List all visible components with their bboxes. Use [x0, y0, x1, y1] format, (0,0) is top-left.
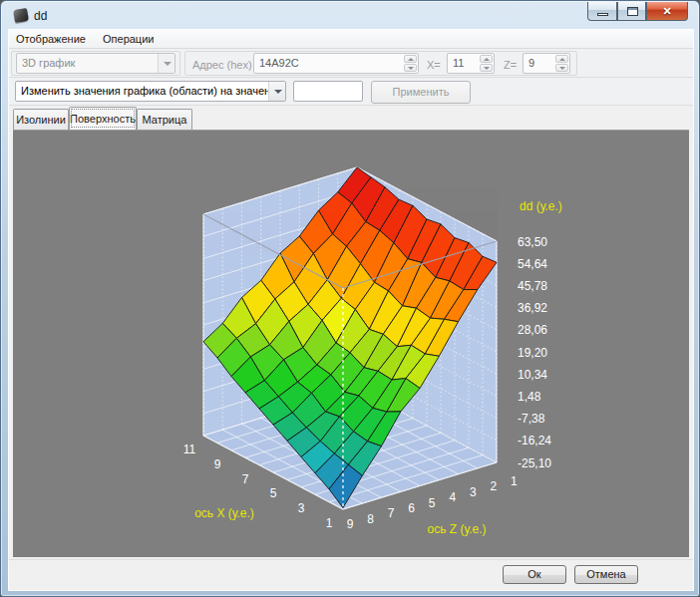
ok-button[interactable]: Ок	[503, 565, 566, 584]
spin-up-icon[interactable]	[555, 55, 568, 63]
z-tick-label: 3	[470, 485, 477, 499]
spin-up-icon[interactable]	[404, 55, 417, 63]
app-window: dd ✕ Отображение Операции 3D график Адре…	[0, 0, 700, 597]
z-tick-label: 1	[511, 474, 518, 488]
maximize-button[interactable]	[617, 2, 646, 21]
legend-value: 54,64	[518, 257, 547, 271]
legend-value: 28,06	[518, 323, 547, 337]
z-spinner[interactable]	[555, 55, 568, 72]
spin-down-icon[interactable]	[480, 64, 493, 72]
z-tick-label: 6	[408, 501, 415, 515]
tab-matrix[interactable]: Матрица	[137, 109, 192, 130]
spin-down-icon[interactable]	[404, 64, 417, 72]
z-tick-label: 4	[449, 490, 456, 504]
legend-value: 36,92	[518, 301, 547, 315]
legend-value: -16,24	[518, 434, 551, 448]
address-value: 14A92C	[259, 57, 299, 69]
x-tick-label: 9	[214, 457, 221, 471]
menu-display[interactable]: Отображение	[9, 30, 93, 49]
x-tick-label: 1	[326, 516, 333, 530]
chevron-down-icon	[158, 54, 175, 73]
operation-value: Изменить значения графика (области) на з…	[21, 85, 282, 97]
chevron-down-icon	[268, 82, 285, 101]
title-bar[interactable]: dd ✕	[1, 1, 699, 30]
x-tick-label: 7	[242, 472, 249, 486]
toolbar-operation: Изменить значения графика (области) на з…	[9, 79, 693, 106]
address-spinner[interactable]	[404, 55, 417, 72]
graph-type-value: 3D график	[22, 57, 75, 69]
legend-value: -7,38	[518, 412, 545, 426]
footer-bar: Ок Отмена	[9, 559, 693, 590]
legend-value: 19,20	[518, 346, 547, 360]
menu-operations[interactable]: Операции	[96, 30, 161, 49]
legend-value: 63,50	[518, 235, 547, 249]
z-stepper[interactable]: 9	[523, 53, 570, 74]
operation-value-input[interactable]	[293, 81, 363, 102]
tab-surface[interactable]: Поверхность	[69, 107, 137, 130]
x-stepper[interactable]: 11	[447, 53, 495, 74]
apply-button[interactable]: Применить	[371, 81, 471, 104]
minimize-icon	[597, 13, 608, 16]
tab-strip: Изолинии Поверхность Матрица	[9, 107, 693, 130]
z-label: Z=	[504, 59, 517, 71]
spin-down-icon[interactable]	[555, 64, 568, 72]
x-tick-label: 11	[183, 443, 196, 456]
close-icon: ✕	[647, 5, 687, 18]
legend-value: 45,78	[518, 279, 547, 293]
legend-value: 10,34	[518, 368, 547, 382]
surface-3d-chart[interactable]: 1197531987654321ось X (у.е.)ось Z (у.е.)…	[13, 131, 689, 558]
client-area: Отображение Операции 3D график Адрес (he…	[8, 29, 694, 591]
x-value: 11	[453, 57, 464, 69]
z-axis-title: ось Z (у.е.)	[427, 522, 486, 536]
address-label: Адрес (hex)	[192, 59, 252, 71]
legend-title: dd (у.е.)	[520, 199, 562, 213]
z-tick-label: 7	[388, 506, 395, 520]
x-spinner[interactable]	[480, 55, 493, 72]
address-field[interactable]: 14A92C	[253, 53, 419, 74]
minimize-button[interactable]	[587, 2, 617, 21]
cancel-button[interactable]: Отмена	[574, 565, 638, 584]
x-label: X=	[427, 59, 441, 71]
spin-up-icon[interactable]	[480, 55, 493, 63]
toolbar-group-address: Адрес (hex) 14A92C X= 11 Z= 9	[184, 51, 577, 76]
window-title: dd	[34, 9, 47, 23]
z-tick-label: 9	[347, 517, 354, 531]
operation-combobox[interactable]: Изменить значения графика (области) на з…	[15, 81, 286, 102]
surface-plot-panel[interactable]: 1197531987654321ось X (у.е.)ось Z (у.е.)…	[13, 130, 689, 557]
x-tick-label: 5	[270, 486, 277, 500]
z-value: 9	[528, 57, 534, 69]
x-axis-title: ось X (у.е.)	[194, 506, 254, 520]
toolbar-group-view: 3D график	[11, 51, 180, 76]
legend-value: -25,10	[518, 456, 551, 470]
x-tick-label: 3	[298, 501, 305, 515]
close-button[interactable]: ✕	[646, 2, 688, 21]
z-tick-label: 8	[367, 512, 374, 526]
app-icon	[13, 8, 29, 23]
menu-bar: Отображение Операции	[9, 30, 693, 49]
tab-isolines[interactable]: Изолинии	[13, 109, 69, 130]
toolbar-main: 3D график Адрес (hex) 14A92C X= 11 Z= 9	[9, 50, 693, 78]
z-tick-label: 5	[429, 496, 436, 510]
z-tick-label: 2	[491, 479, 498, 493]
legend-value: 1,48	[518, 390, 541, 404]
graph-type-combobox[interactable]: 3D график	[16, 53, 175, 74]
maximize-icon	[627, 7, 638, 16]
